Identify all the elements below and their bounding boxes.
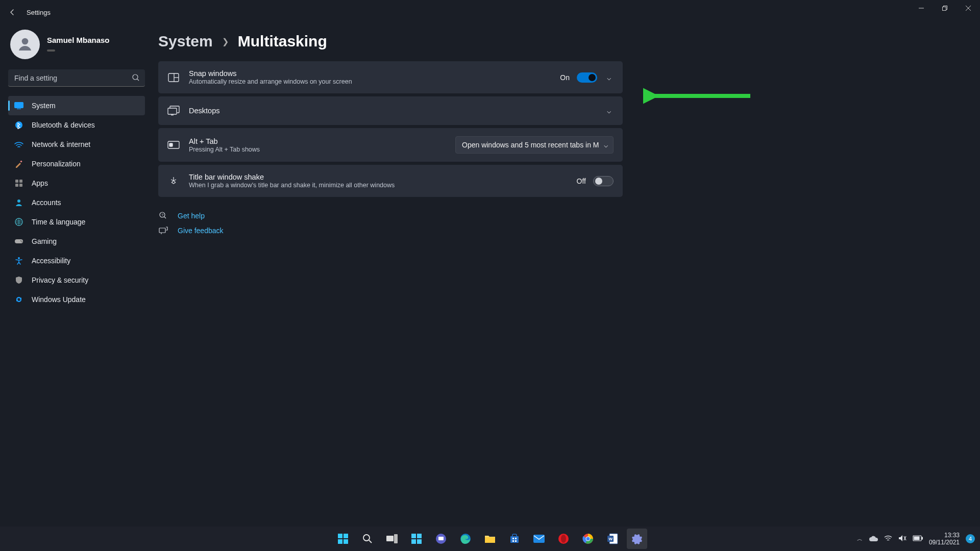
opera-button[interactable] (553, 529, 574, 549)
svg-rect-49 (510, 536, 519, 543)
sidebar-item-windows-update[interactable]: Windows Update (8, 290, 145, 309)
svg-rect-50 (512, 538, 514, 539)
alt-tab-title: Alt + Tab (189, 137, 446, 145)
sidebar-item-time-language[interactable]: Time & language (8, 212, 145, 232)
svg-rect-13 (19, 180, 22, 183)
tray-overflow-icon[interactable]: ︿ (857, 535, 863, 543)
desktops-icon (167, 105, 180, 117)
minimize-button[interactable] (910, 0, 933, 16)
svg-rect-36 (344, 539, 348, 544)
battery-icon[interactable] (913, 535, 923, 543)
user-email (47, 49, 55, 52)
search-box[interactable] (8, 69, 145, 87)
sidebar-nav: System Bluetooth & devices Network & int… (8, 96, 145, 309)
sidebar-item-personalization[interactable]: Personalization (8, 154, 145, 173)
close-button[interactable] (957, 0, 980, 16)
privacy-icon (14, 276, 23, 285)
chevron-down-icon[interactable]: ⌵ (604, 73, 614, 82)
desktops-card[interactable]: Desktops ⌵ (158, 96, 623, 125)
chrome-button[interactable] (578, 529, 598, 549)
sidebar-item-system[interactable]: System (8, 96, 145, 115)
back-button[interactable] (4, 4, 20, 20)
search-button[interactable] (357, 529, 378, 549)
breadcrumb-root[interactable]: System (158, 33, 213, 50)
svg-point-5 (22, 38, 29, 45)
svg-text:?: ? (161, 213, 163, 217)
svg-rect-40 (394, 534, 398, 543)
edge-button[interactable] (455, 529, 476, 549)
word-button[interactable]: W (602, 529, 623, 549)
sidebar-item-label: Windows Update (32, 295, 86, 304)
accounts-icon (14, 198, 23, 207)
snap-windows-title: Snap windows (189, 69, 551, 78)
notification-badge[interactable]: 4 (966, 534, 975, 543)
sidebar-item-gaming[interactable]: Gaming (8, 232, 145, 251)
svg-point-21 (18, 257, 20, 259)
maximize-button[interactable] (933, 0, 957, 16)
tray-date: 09/11/2021 (929, 539, 960, 546)
alt-tab-icon (167, 139, 180, 151)
svg-rect-8 (15, 103, 23, 108)
tray-time: 13:33 (929, 532, 960, 539)
snap-windows-icon (167, 71, 180, 84)
system-tray: ︿ 13:33 09/11/2021 4 (857, 527, 975, 551)
chevron-down-icon[interactable]: ⌵ (604, 107, 614, 115)
search-input[interactable] (8, 69, 145, 87)
sidebar-item-bluetooth[interactable]: Bluetooth & devices (8, 115, 145, 135)
window-title: Settings (27, 9, 51, 16)
svg-rect-39 (386, 536, 394, 541)
svg-rect-46 (438, 537, 444, 540)
user-block[interactable]: Samuel Mbanaso (8, 30, 145, 59)
sidebar-item-accounts[interactable]: Accounts (8, 193, 145, 212)
sidebar-item-apps[interactable]: Apps (8, 173, 145, 193)
alt-tab-card: Alt + Tab Pressing Alt + Tab shows Open … (158, 128, 623, 162)
mail-button[interactable] (529, 529, 549, 549)
sidebar: Samuel Mbanaso System Bluetooth & device… (0, 24, 153, 527)
taskbar-center: W (333, 529, 647, 549)
file-explorer-button[interactable] (480, 529, 500, 549)
tray-clock[interactable]: 13:33 09/11/2021 (929, 532, 960, 546)
title-bar-shake-state: Off (577, 177, 586, 185)
sidebar-item-network[interactable]: Network & internet (8, 135, 145, 154)
sidebar-item-label: Time & language (32, 218, 85, 226)
svg-point-20 (21, 241, 22, 242)
onedrive-icon[interactable] (869, 535, 878, 543)
personalization-icon (14, 159, 23, 168)
help-links: ? Get help Give feedback (158, 208, 623, 238)
title-bar-shake-card: Title bar window shake When I grab a win… (158, 165, 623, 197)
svg-rect-2 (943, 7, 946, 11)
system-icon (14, 101, 23, 110)
snap-windows-card[interactable]: Snap windows Automatically resize and ar… (158, 61, 623, 93)
settings-app-button[interactable] (627, 529, 647, 549)
alt-tab-select-value: Open windows and 5 most recent tabs in M (462, 141, 599, 149)
widgets-button[interactable] (406, 529, 427, 549)
wifi-icon[interactable] (884, 535, 892, 543)
title-bar-shake-toggle[interactable] (593, 176, 614, 186)
sidebar-item-accessibility[interactable]: Accessibility (8, 251, 145, 270)
get-help-link[interactable]: ? Get help (158, 208, 623, 223)
svg-line-7 (137, 79, 139, 81)
volume-icon[interactable] (898, 535, 906, 543)
start-button[interactable] (333, 529, 353, 549)
give-feedback-link[interactable]: Give feedback (158, 223, 623, 238)
bluetooth-icon (14, 120, 23, 130)
feedback-icon (158, 227, 168, 235)
svg-rect-51 (515, 538, 517, 539)
svg-rect-34 (344, 534, 348, 538)
sidebar-item-privacy[interactable]: Privacy & security (8, 270, 145, 290)
accessibility-icon (14, 256, 23, 265)
chat-button[interactable] (431, 529, 451, 549)
svg-point-16 (17, 199, 20, 203)
search-icon (132, 73, 140, 84)
svg-rect-14 (15, 184, 18, 187)
alt-tab-select[interactable]: Open windows and 5 most recent tabs in M (455, 136, 614, 154)
task-view-button[interactable] (382, 529, 402, 549)
sidebar-item-label: Accounts (32, 198, 61, 207)
sidebar-item-label: Gaming (32, 237, 57, 245)
svg-rect-28 (169, 143, 173, 146)
svg-line-38 (369, 540, 372, 543)
svg-rect-53 (515, 540, 517, 542)
snap-windows-toggle[interactable] (577, 72, 597, 83)
get-help-label: Get help (178, 212, 205, 220)
microsoft-store-button[interactable] (504, 529, 525, 549)
